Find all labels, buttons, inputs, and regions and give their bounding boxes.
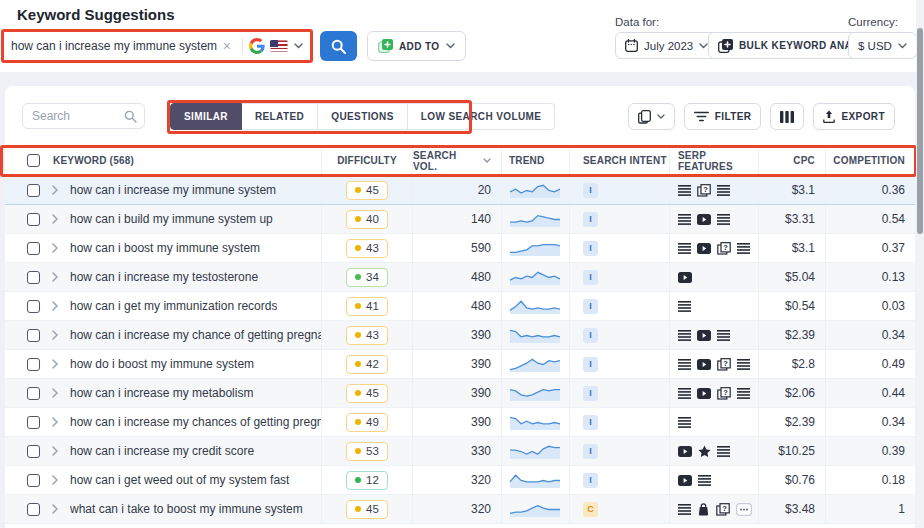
expand-chevron-icon[interactable] [52, 214, 58, 224]
cpc-value: $3.31 [758, 205, 825, 233]
trend-sparkline [501, 292, 569, 320]
serp-lines-icon [737, 243, 750, 254]
keyword-text[interactable]: how can i increase my credit score [70, 444, 254, 458]
tab-related[interactable]: RELATED [242, 103, 318, 130]
keyword-text[interactable]: how can i boost my immune system [70, 241, 260, 255]
competition-value: 0.54 [825, 205, 915, 233]
serp-features [669, 408, 758, 436]
difficulty-badge: 12 [346, 471, 388, 490]
tab-similar[interactable]: SIMILAR [170, 103, 242, 130]
difficulty-badge: 49 [346, 413, 388, 432]
divider [242, 38, 243, 54]
currency-selector[interactable]: $ USD [848, 32, 917, 59]
table-search[interactable] [22, 103, 145, 129]
tab-low-search-volume[interactable]: LOW SEARCH VOLUME [408, 103, 556, 130]
expand-chevron-icon[interactable] [52, 330, 58, 340]
expand-chevron-icon[interactable] [52, 272, 58, 282]
keyword-text[interactable]: what can i take to boost my immune syste… [70, 502, 303, 516]
row-checkbox[interactable] [27, 503, 40, 516]
serp-lines-icon [717, 214, 730, 225]
column-header-competition[interactable]: COMPETITION [825, 146, 915, 175]
serp-video-icon [678, 272, 692, 283]
keyword-text[interactable]: how can i increase my immune system [70, 183, 276, 197]
column-header-keyword[interactable]: KEYWORD (568) [53, 155, 134, 166]
serp-features: ? [669, 379, 758, 407]
expand-chevron-icon[interactable] [52, 301, 58, 311]
column-header-serp[interactable]: SERP FEATURES [669, 146, 758, 175]
select-all-checkbox[interactable] [27, 154, 40, 167]
expand-chevron-icon[interactable] [52, 504, 58, 514]
keyword-text[interactable]: how can i increase my chance of getting … [70, 328, 321, 342]
row-checkbox[interactable] [27, 358, 40, 371]
serp-lines-icon [678, 417, 691, 428]
tab-questions[interactable]: QUESTIONS [318, 103, 408, 130]
scrollbar-thumb[interactable] [917, 28, 923, 234]
row-checkbox[interactable] [27, 387, 40, 400]
search-button[interactable] [320, 31, 357, 61]
column-header-volume[interactable]: SEARCH VOL. [413, 150, 480, 172]
row-checkbox[interactable] [27, 184, 40, 197]
table-tools: FILTER EXPORT [628, 103, 895, 130]
row-checkbox[interactable] [27, 271, 40, 284]
keyword-text[interactable]: how can i increase my chances of getting… [70, 415, 321, 429]
expand-chevron-icon[interactable] [52, 243, 58, 253]
cpc-value: $2.06 [758, 379, 825, 407]
keyword-text[interactable]: how can i increase my metabolism [70, 386, 253, 400]
column-header-difficulty[interactable]: DIFFICULTY [321, 146, 412, 175]
serp-features [669, 321, 758, 349]
add-to-button[interactable]: ADD TO [367, 31, 466, 61]
column-header-cpc[interactable]: CPC [758, 146, 825, 175]
filter-button[interactable]: FILTER [684, 103, 762, 130]
row-checkbox[interactable] [27, 416, 40, 429]
serp-lines-icon [678, 330, 691, 341]
table-row: what can i take to boost my immune syste… [5, 495, 915, 524]
page-title: Keyword Suggestions [17, 6, 175, 23]
clear-icon[interactable]: × [223, 39, 231, 53]
keyword-text[interactable]: how can i get my immunization records [70, 299, 277, 313]
keyword-text[interactable]: how can i build my immune system up [70, 212, 273, 226]
search-icon [331, 39, 346, 54]
row-checkbox[interactable] [27, 474, 40, 487]
copy-button[interactable] [628, 103, 675, 130]
table-row: how can i increase my immune system 45 2… [5, 176, 915, 205]
intent-badge: C [583, 502, 598, 517]
chevron-down-icon[interactable] [294, 43, 303, 49]
row-checkbox[interactable] [27, 213, 40, 226]
row-checkbox[interactable] [27, 329, 40, 342]
trend-sparkline [501, 234, 569, 262]
date-selector[interactable]: July 2023 [615, 32, 718, 59]
search-volume-value: 20 [412, 176, 501, 204]
export-button[interactable]: EXPORT [813, 103, 895, 130]
row-checkbox[interactable] [27, 300, 40, 313]
serp-lines-icon [717, 330, 730, 341]
row-checkbox[interactable] [27, 242, 40, 255]
keyword-text[interactable]: how can i increase my testosterone [70, 270, 258, 284]
row-checkbox[interactable] [27, 445, 40, 458]
expand-chevron-icon[interactable] [52, 446, 58, 456]
keyword-text[interactable]: how can i get weed out of my system fast [70, 473, 289, 487]
expand-chevron-icon[interactable] [52, 475, 58, 485]
column-header-intent[interactable]: SEARCH INTENT [569, 146, 669, 175]
serp-paa-icon: ? [717, 358, 731, 371]
sort-chevron-icon[interactable] [483, 158, 491, 163]
table-search-input[interactable] [23, 109, 124, 123]
keyword-query-text[interactable]: how can i increase my immune system [11, 39, 218, 53]
columns-button[interactable] [770, 103, 804, 130]
competition-value: 0.34 [825, 408, 915, 436]
intent-badge: I [583, 241, 598, 256]
expand-chevron-icon[interactable] [52, 388, 58, 398]
serp-lines-icon [717, 185, 730, 196]
keyword-text[interactable]: how do i boost my immune system [70, 357, 254, 371]
keyword-search-bar[interactable]: how can i increase my immune system × [3, 31, 311, 61]
serp-paa-icon: ? [717, 242, 731, 255]
serp-bag-icon [697, 503, 710, 516]
competition-value: 0.03 [825, 292, 915, 320]
table-row: how do i boost my immune system 42 390 I… [5, 350, 915, 379]
difficulty-badge: 45 [346, 181, 388, 200]
expand-chevron-icon[interactable] [52, 417, 58, 427]
serp-lines-icon [717, 446, 730, 457]
table-row: how can i get weed out of my system fast… [5, 466, 915, 495]
expand-chevron-icon[interactable] [52, 359, 58, 369]
cpc-value: $3.1 [758, 234, 825, 262]
expand-chevron-icon[interactable] [52, 185, 58, 195]
